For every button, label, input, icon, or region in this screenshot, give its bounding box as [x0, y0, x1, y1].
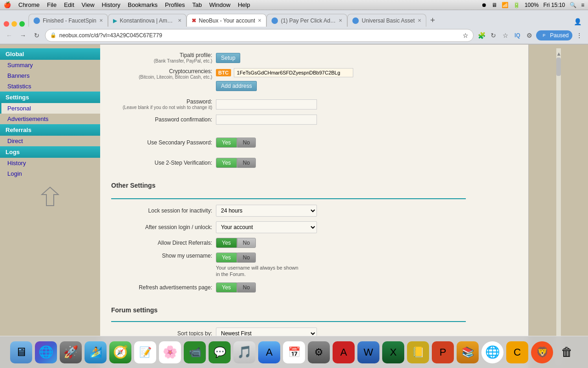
refresh-ads-yes[interactable]: Yes: [216, 282, 237, 293]
dock-acrobat[interactable]: A: [333, 341, 355, 363]
setup-button[interactable]: Setup: [216, 53, 240, 63]
after-session-label: After session login / unlock:: [111, 224, 212, 230]
dock-siri[interactable]: 🌐: [35, 341, 57, 363]
chrome-menu-icon[interactable]: ⋮: [574, 30, 584, 40]
password-input[interactable]: [216, 99, 317, 109]
show-username-yes[interactable]: Yes: [216, 253, 237, 263]
settings-icon[interactable]: ⚙: [524, 30, 534, 40]
dock-messages[interactable]: 💬: [209, 341, 231, 363]
dock-coda[interactable]: C: [506, 341, 528, 363]
dock-notes[interactable]: 📒: [407, 341, 429, 363]
add-address-button[interactable]: Add address: [216, 81, 257, 91]
after-session-select[interactable]: Your account Dashboard Advertisements: [216, 221, 317, 233]
sidebar-item-advertisements[interactable]: Advertisements: [0, 114, 100, 124]
dock-reminders[interactable]: 📝: [134, 341, 156, 363]
maximize-window-btn[interactable]: [19, 21, 25, 27]
menu-bookmarks[interactable]: Bookmarks: [128, 1, 158, 8]
dock-itunes[interactable]: 🎵: [233, 341, 255, 363]
search-icon[interactable]: 🔍: [570, 2, 577, 8]
dock-settings[interactable]: ⚙: [308, 341, 330, 363]
apple-menu[interactable]: 🍎: [4, 1, 11, 8]
sidebar-item-summary[interactable]: Summary: [0, 60, 100, 70]
sidebar-header-logs[interactable]: Logs: [0, 146, 100, 158]
secondary-password-no[interactable]: No: [237, 138, 256, 148]
dock-appstore[interactable]: A: [258, 341, 280, 363]
reload-nav-icon[interactable]: ↻: [488, 30, 498, 40]
menu-profiles[interactable]: Profiles: [165, 1, 185, 8]
dock-calendar[interactable]: 📅: [283, 341, 305, 363]
secondary-password-yes[interactable]: Yes: [216, 138, 237, 148]
forward-button[interactable]: →: [17, 30, 28, 41]
dock-word[interactable]: W: [357, 341, 379, 363]
allow-direct-no[interactable]: No: [237, 238, 256, 248]
crypto-address-input[interactable]: [234, 68, 353, 77]
minimize-window-btn[interactable]: [11, 21, 17, 27]
dock-powerpoint[interactable]: P: [432, 341, 454, 363]
show-username-no[interactable]: No: [237, 253, 256, 263]
reload-button[interactable]: ↻: [31, 30, 42, 41]
tab-neobux[interactable]: ✖ NeoBux - Your account ✕: [187, 14, 267, 27]
refresh-ads-no[interactable]: No: [237, 282, 256, 293]
menu-window[interactable]: Window: [209, 1, 230, 8]
tab-bar: Finished - FaucetSpin ✕ ▶ Konstantinova …: [0, 10, 588, 27]
twostep-yes[interactable]: Yes: [216, 158, 237, 168]
back-button[interactable]: ←: [4, 30, 15, 41]
tab-ppc-close[interactable]: ✕: [339, 18, 342, 23]
dock-facetime[interactable]: 📹: [184, 341, 206, 363]
sidebar-item-direct[interactable]: Direct: [0, 136, 100, 146]
dock-excel[interactable]: X: [382, 341, 404, 363]
profile-paused[interactable]: P Paused: [536, 30, 572, 40]
sidebar-header-settings[interactable]: Settings: [0, 92, 100, 103]
twostep-no[interactable]: No: [237, 158, 256, 168]
url-text[interactable]: neobux.com/c/d/?vl=43A29C045C67E779: [59, 32, 460, 39]
close-window-btn[interactable]: [4, 21, 9, 27]
dock-ibooks[interactable]: 📚: [457, 341, 479, 363]
tab-ppc[interactable]: (1) Pay Per Click Advertisi... ✕: [266, 14, 347, 27]
sidebar-item-personal[interactable]: Personal: [0, 103, 100, 114]
scroll-up-arrow[interactable]: ▲: [556, 51, 561, 57]
dock-surf[interactable]: 🏄: [85, 341, 107, 363]
sidebar-item-banners[interactable]: Banners: [0, 70, 100, 81]
sidebar-header-global[interactable]: Global: [0, 48, 100, 60]
address-bar[interactable]: 🔒 neobux.com/c/d/?vl=43A29C045C67E779 ☆: [45, 29, 474, 42]
extensions-icon[interactable]: 🧩: [476, 30, 486, 40]
tab-faucetspin[interactable]: Finished - FaucetSpin ✕: [28, 14, 108, 27]
bookmark-star-icon[interactable]: ☆: [500, 30, 510, 40]
control-center-icon[interactable]: ≡: [581, 2, 584, 8]
dock-photos[interactable]: 🌸: [159, 341, 181, 363]
menu-help[interactable]: Help: [238, 1, 250, 8]
tab-faucetspin-close[interactable]: ✕: [99, 18, 103, 23]
sidebar-item-statistics[interactable]: Statistics: [0, 81, 100, 92]
allow-direct-yes[interactable]: Yes: [216, 238, 237, 248]
dock-launchpad[interactable]: 🚀: [60, 341, 82, 363]
tab-konstantinova-close[interactable]: ✕: [178, 18, 181, 23]
dock-safari[interactable]: 🧭: [109, 341, 131, 363]
sidebar-item-login[interactable]: Login: [0, 168, 100, 179]
tab-uba-close[interactable]: ✕: [418, 18, 421, 23]
tab-neobux-close[interactable]: ✕: [258, 18, 261, 23]
new-tab-button[interactable]: +: [426, 14, 439, 27]
menu-view[interactable]: View: [82, 1, 95, 8]
menu-history[interactable]: History: [102, 1, 120, 8]
menu-tab[interactable]: Tab: [192, 1, 202, 8]
navigation-bar: ← → ↻ 🔒 neobux.com/c/d/?vl=43A29C045C67E…: [0, 27, 588, 44]
tab-konstantinova[interactable]: ▶ Konstantinova | Amazing... ✕: [108, 14, 187, 27]
dock-finder[interactable]: 🖥: [10, 341, 32, 363]
password-label: Password: (Leave blank if you do not wis…: [111, 98, 212, 110]
tab-uba[interactable]: Universal Basic Asset ✕: [347, 14, 426, 27]
menu-chrome[interactable]: Chrome: [18, 1, 40, 8]
menu-edit[interactable]: Edit: [64, 1, 74, 8]
bookmark-icon[interactable]: ☆: [463, 32, 469, 39]
password-confirm-input[interactable]: [216, 115, 317, 125]
profile-icon[interactable]: 👤: [572, 17, 582, 27]
dock-trash[interactable]: 🗑: [556, 341, 578, 363]
sidebar-header-referrals[interactable]: Referrals: [0, 124, 100, 136]
content-inner: Tipalti profile: (Bank Transfer, PayPal,…: [100, 45, 477, 368]
lock-session-select[interactable]: 24 hours 1 hour 4 hours 8 hours Never: [216, 205, 317, 217]
scrollbar-thumb[interactable]: [556, 58, 561, 76]
dock-chrome[interactable]: 🌐: [481, 341, 503, 363]
sidebar-item-history[interactable]: History: [0, 158, 100, 168]
menu-file[interactable]: File: [47, 1, 57, 8]
dock-brave[interactable]: 🦁: [531, 341, 553, 363]
iq-icon[interactable]: IQ: [512, 30, 522, 40]
